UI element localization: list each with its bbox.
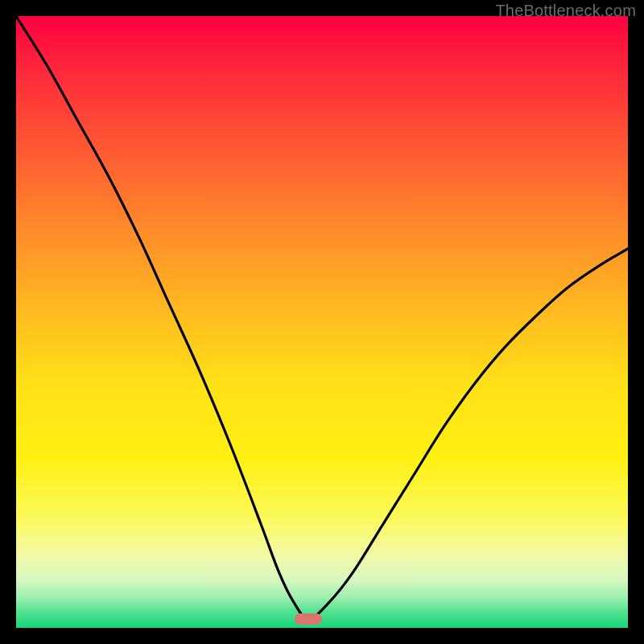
optimal-marker: [295, 613, 322, 625]
chart-frame: TheBottleneck.com: [0, 0, 644, 644]
watermark-text: TheBottleneck.com: [495, 2, 636, 20]
plot-area: [16, 16, 628, 628]
bottleneck-curve: [16, 16, 628, 628]
